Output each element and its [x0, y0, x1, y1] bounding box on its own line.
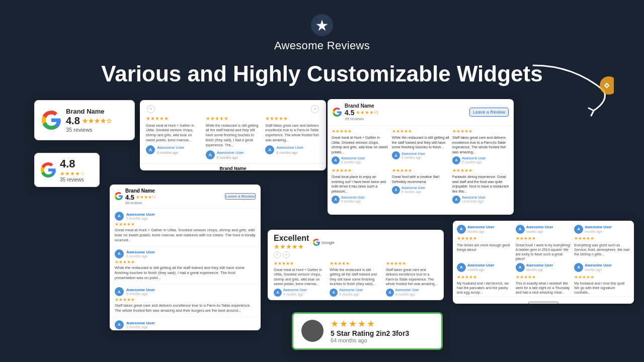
grid-brand-name: Brand Name 4.5 ★★★★½ 35 reviews [345, 103, 378, 121]
user-avatar-0: A [146, 145, 155, 154]
grid-review-1: ★★★★★ While the restaurant is still gett… [392, 129, 449, 165]
horiz-prev[interactable]: ‹ [274, 251, 281, 258]
list-avatar-1: A [115, 249, 124, 258]
grid-review-5: ★★★★★ Fantastic dining experience. Great… [452, 168, 510, 204]
user-name-0: Awesome User [157, 145, 184, 150]
review-stars-2: ★★★★★ [265, 115, 320, 122]
list-header: Brand Name 4.5 ★★★★½ 88 reviews Leave a … [110, 185, 261, 209]
list-item-2: A Awesome User 6 months ago ★★★★★ Staff … [110, 284, 261, 317]
badge-stars: ★★★★☆ [82, 117, 112, 125]
review-text-2: Staff takes great care and delivers exce… [265, 123, 320, 143]
horiz-header: Excellent ★★★★★ Google ‹ › [268, 230, 444, 260]
list-item-1: A Awesome User 6 months ago ★★★★★ While … [110, 246, 261, 284]
list-avatar-2: A [115, 287, 124, 296]
list-google-logo [115, 192, 123, 200]
header: Awesome Reviews [0, 0, 644, 52]
carousel-next[interactable]: › [311, 105, 319, 113]
review-user-1: A Awesome User 6 months ago [206, 150, 261, 160]
brand-badge-widget: Brand Name 4.8 ★★★★☆ 35 reviews [34, 100, 135, 140]
wide-reviews: A Awesome User months ago ★★★★★ The drin… [453, 221, 634, 263]
horiz-google-logo [313, 239, 320, 246]
user-name-2: Awesome User [276, 145, 303, 150]
review-user-0: A Awesome User 6 months ago [146, 145, 201, 155]
carousel-nav: ‹ › [146, 105, 320, 113]
widgets-area: Brand Name 4.8 ★★★★☆ 35 reviews 4.8 ★★★★… [0, 95, 644, 336]
single-label: 5 Star Rating 2in2 3for3 [331, 329, 433, 337]
mini-rating-info: 4.8 ★★★★☆ 35 reviews [60, 157, 85, 183]
mini-rating: 4.8 [60, 157, 85, 170]
google-logo [42, 111, 61, 130]
carousel-widget: ‹ › ★★★★★ Great meal at Hunt + Gather in… [140, 100, 326, 170]
mini-badge-widget: 4.8 ★★★★☆ 35 reviews [34, 153, 100, 187]
carousel-reviews: ★★★★★ Great meal at Hunt + Gather in Uti… [146, 115, 320, 160]
wide-review-4: A Awesome User months ago ★★★★★ This is … [516, 263, 572, 295]
review-text-1: While the restaurant is still getting al… [206, 123, 261, 148]
list-leave-review-btn[interactable]: Leave a Review [225, 193, 256, 200]
badge-rating: 4.8 ★★★★☆ [66, 115, 112, 127]
review-stars-1: ★★★★★ [206, 115, 261, 122]
mini-google-logo [41, 162, 56, 177]
badge-reviews: 35 reviews [66, 127, 112, 133]
user-name-1: Awesome User [217, 150, 244, 155]
carousel-review-2: ★★★★★ Staff takes great care and deliver… [265, 115, 320, 160]
star-icon [311, 14, 333, 36]
horiz-footer: Leave a Review [268, 299, 444, 300]
app-title: Awesome Reviews [274, 39, 370, 52]
horiz-review-1: ★★★★★ While the restaurant is still gett… [330, 260, 381, 297]
grid-review-2: ★★★★★ Staff takes great care and deliver… [452, 129, 510, 165]
review-stars-0: ★★★★★ [146, 115, 201, 122]
user-avatar-1: A [206, 150, 215, 159]
grid-review-3: ★★★★★ Great local place to enjoy an even… [332, 168, 389, 204]
grid-review-0: ★★★★★ Great meal at Hunt + Gather in Uti… [332, 129, 389, 165]
single-time: 64 months ago [331, 337, 433, 343]
grid-widget: Brand Name 4.5 ★★★★½ 35 reviews Leave a … [328, 99, 514, 215]
carousel-brand-name: Brand Name [142, 166, 324, 170]
wide-leave-review-btn[interactable]: Leave a Review [528, 302, 559, 303]
user-time-2: 6 months ago [276, 150, 303, 155]
single-review-widget: ★★★★★ 5 Star Rating 2in2 3for3 64 months… [292, 312, 443, 350]
horiz-reviews: ★★★★★ Great meal at Hunt + Gather in Uti… [268, 260, 444, 297]
list-avatar-3: A [115, 320, 124, 329]
user-time-1: 6 months ago [217, 155, 244, 160]
single-info: ★★★★★ 5 Star Rating 2in2 3for3 64 months… [331, 318, 433, 343]
grid-review-4: ★★★★★ Great food with a creative flair! … [392, 168, 449, 204]
single-stars: ★★★★★ [331, 318, 433, 329]
wide-review-3: A Awesome User months ago ★★★★★ My husba… [457, 263, 513, 295]
list-item-3: A Awesome User 6 months ago ★★★★ Great l… [110, 317, 261, 330]
user-avatar-2: A [265, 145, 274, 154]
grid-reviews: ★★★★★ Great meal at Hunt + Gather in Uti… [328, 126, 514, 207]
single-avatar [301, 320, 324, 342]
list-avatar-0: A [115, 212, 124, 221]
wide-review-5: A Awesome User months ago ★★★★★ My husba… [574, 263, 630, 295]
review-text-0: Great meal at Hunt + Gather in Utitia. S… [146, 123, 201, 143]
wide-review-0: A Awesome User months ago ★★★★★ The drin… [457, 225, 513, 261]
wide-review-2: A Awesome User months ago ★★★★★ Everythi… [574, 225, 630, 261]
list-brand: Brand Name 4.5 ★★★★½ 88 reviews [115, 188, 156, 205]
wide-review-1: A Awesome User months ago ★★★★★ Great fo… [516, 225, 572, 261]
carousel-footer: Brand Name ★★★★★ 108 reviews powered by … [140, 163, 326, 170]
horiz-review-2: ★★★★★ Staff takes great care and deliver… [386, 260, 438, 297]
carousel-review-1: ★★★★★ While the restaurant is still gett… [206, 115, 261, 160]
leave-review-btn[interactable]: Leave a Review [469, 108, 509, 117]
wide-horizontal-widget: A Awesome User months ago ★★★★★ The drin… [453, 221, 634, 304]
review-user-2: A Awesome User 6 months ago [265, 145, 320, 155]
carousel-prev[interactable]: ‹ [147, 105, 155, 113]
horiz-review-0: ★★★★★ Great meal at Hunt + Gather in Uti… [274, 260, 326, 297]
carousel-review-0: ★★★★★ Great meal at Hunt + Gather in Uti… [146, 115, 201, 160]
grid-brand-info: Brand Name 4.5 ★★★★½ 35 reviews [333, 103, 378, 121]
carousel-inner: ‹ › ★★★★★ Great meal at Hunt + Gather in… [140, 100, 326, 163]
list-item-0: A Awesome User 6 months ago ★★★★★ Great … [110, 209, 261, 246]
mini-reviews: 35 reviews [60, 177, 85, 183]
brand-name: Brand Name [66, 108, 112, 115]
list-widget: Brand Name 4.5 ★★★★½ 88 reviews Leave a … [110, 185, 261, 330]
svg-point-1 [600, 76, 614, 95]
wide-reviews-row2: A Awesome User months ago ★★★★★ My husba… [453, 263, 634, 297]
badge-info: Brand Name 4.8 ★★★★☆ 35 reviews [66, 108, 112, 133]
horiz-next[interactable]: › [283, 251, 290, 258]
mini-stars: ★★★★☆ [60, 170, 85, 177]
horizontal-carousel-widget: Excellent ★★★★★ Google ‹ › [268, 230, 444, 300]
grid-google-logo [333, 108, 342, 117]
grid-header: Brand Name 4.5 ★★★★½ 35 reviews Leave a … [328, 99, 514, 126]
wide-footer: Leave a Review [453, 297, 634, 303]
user-time-0: 6 months ago [157, 150, 184, 155]
